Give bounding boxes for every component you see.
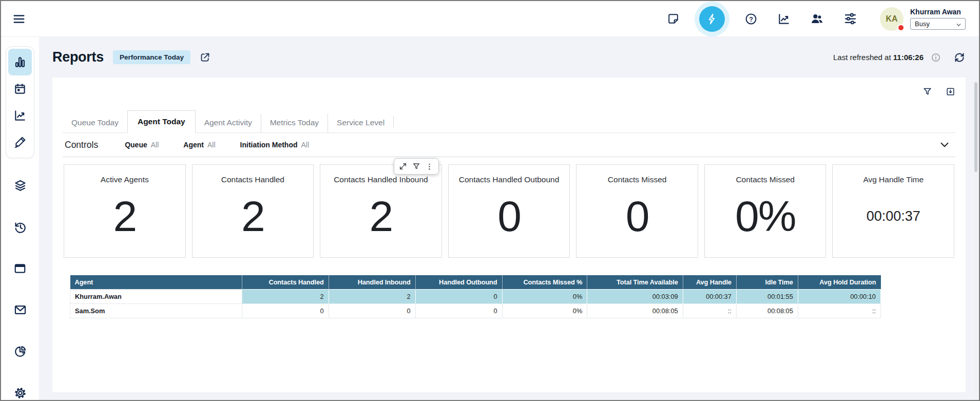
col-header-agent[interactable]: Agent [70, 275, 242, 290]
metric-card-contacts-handled-outbound: Contacts Handled Outbound0 [448, 164, 570, 258]
sidebar-item-layers[interactable] [13, 179, 27, 195]
card-value: 2 [241, 184, 264, 257]
card-title: Contacts Handled Inbound [334, 175, 428, 184]
metric-cell: 00:00:10 [798, 290, 880, 304]
card-title: Contacts Missed [608, 175, 667, 184]
sidebar-item-customize[interactable] [8, 129, 32, 156]
metric-card-active-agents: Active Agents2 [64, 164, 186, 258]
download-icon[interactable] [946, 86, 955, 97]
user-chip: KA Khurram Awan Busy [880, 7, 966, 31]
app-window: ? KA Khurram Awan Busy [0, 0, 980, 401]
sidebar-report-group [6, 46, 34, 158]
agent-name-cell: Khurram.Awan [70, 290, 242, 304]
filter-queue[interactable]: QueueAll [125, 141, 159, 149]
sidebar-item-history[interactable] [13, 220, 27, 236]
controls-label: Controls [65, 140, 98, 150]
user-name: Khurram Awan [910, 8, 966, 16]
bar-chart-icon [13, 55, 27, 69]
status-select[interactable]: Busy [910, 18, 966, 30]
realtime-lightning-icon[interactable] [699, 6, 725, 32]
avatar[interactable]: KA [880, 7, 904, 31]
metric-cell: 0 [242, 304, 329, 318]
col-header-contacts-missed-[interactable]: Contacts Missed % [502, 275, 587, 290]
sidebar-item-window[interactable] [13, 262, 27, 277]
topbar: ? KA Khurram Awan Busy [1, 1, 979, 37]
card-filter-icon[interactable] [411, 161, 422, 172]
col-header-avg-hold-duration[interactable]: Avg Hold Duration [798, 275, 880, 290]
tab-agent-today[interactable]: Agent Today [127, 110, 196, 133]
table-row-khurram-awan: Khurram.Awan2200%00:03:0900:00:3700:01:5… [70, 290, 881, 304]
agent-name-cell: Sam.Som [70, 304, 242, 318]
card-value: 0 [626, 184, 649, 257]
report-panel: Queue TodayAgent TodayAgent ActivityMetr… [52, 78, 966, 392]
metric-cell: 00:03:09 [587, 290, 683, 304]
filter-name: Agent [183, 141, 204, 149]
filter-initiation-method[interactable]: Initiation MethodAll [240, 141, 310, 149]
sidebar-item-metrics[interactable] [8, 102, 32, 129]
gear-icon [13, 386, 27, 400]
col-header-handled-inbound[interactable]: Handled Inbound [329, 275, 415, 290]
calendar-icon [13, 82, 27, 96]
help-icon[interactable]: ? [744, 12, 758, 26]
sidebar-item-settings[interactable] [13, 386, 27, 401]
card-value: 0 [497, 184, 521, 257]
filter-value: All [301, 141, 310, 149]
expand-card-icon[interactable] [397, 161, 409, 172]
sidebar-item-pie-reports[interactable] [13, 345, 27, 360]
col-header-avg-handle[interactable]: Avg Handle [683, 275, 736, 290]
card-title: Avg Handle Time [863, 175, 924, 184]
metric-card-contacts-missed: Contacts Missed0% [704, 164, 827, 258]
scrollbar[interactable] [974, 82, 977, 397]
filter-agent[interactable]: AgentAll [183, 141, 215, 149]
hamburger-menu-icon[interactable] [12, 12, 26, 26]
avatar-initials: KA [886, 14, 897, 24]
metric-cell: 00:08:05 [587, 304, 683, 318]
customize-icon [13, 136, 27, 149]
card-more-options-icon[interactable] [424, 161, 435, 172]
col-header-total-time-available[interactable]: Total Time Available [587, 275, 683, 290]
metric-cell: :: [798, 304, 880, 318]
metric-cell: 0% [502, 290, 587, 304]
tab-queue-today[interactable]: Queue Today [63, 113, 127, 132]
performance-today-badge: Performance Today [113, 50, 190, 64]
last-refreshed-text: Last refreshed at 11:06:26 [833, 53, 924, 62]
filter-value: All [151, 141, 159, 149]
tab-metrics-today[interactable]: Metrics Today [261, 113, 328, 132]
sidebar-item-schedule[interactable] [8, 75, 32, 102]
last-refreshed-time: 11:06:26 [893, 53, 924, 62]
card-title: Contacts Handled [221, 175, 284, 184]
col-header-contacts-handled[interactable]: Contacts Handled [242, 275, 329, 290]
sidebar-item-mail[interactable] [13, 303, 27, 319]
refresh-icon[interactable] [953, 51, 966, 64]
line-chart-icon [13, 109, 27, 122]
table-row-sam-som: Sam.Som0000%00:08:05::00:08:05:: [70, 304, 881, 318]
metric-card-contacts-missed: Contacts Missed0 [576, 164, 698, 258]
metric-cell: 00:08:05 [736, 304, 798, 318]
metric-card-avg-handle-time: Avg Handle Time00:00:37 [832, 164, 954, 258]
filter-name: Queue [125, 141, 147, 149]
notes-icon[interactable] [667, 12, 680, 25]
info-icon[interactable] [931, 52, 941, 63]
table-header-row: AgentContacts HandledHandled InboundHand… [70, 275, 881, 290]
report-tabs: Queue TodayAgent TodayAgent ActivityMetr… [63, 110, 955, 133]
tab-agent-activity[interactable]: Agent Activity [196, 113, 261, 132]
pie-chart-icon [13, 345, 27, 358]
users-icon[interactable] [810, 12, 824, 26]
external-link-icon[interactable] [200, 52, 210, 63]
table-body: Khurram.Awan2200%00:03:0900:00:3700:01:5… [70, 290, 881, 318]
col-header-handled-outbound[interactable]: Handled Outbound [415, 275, 502, 290]
sidebar-item-dashboard[interactable] [8, 49, 32, 75]
tab-service-level[interactable]: Service Level [328, 113, 393, 132]
metrics-icon[interactable] [777, 12, 791, 26]
preferences-icon[interactable] [843, 12, 857, 26]
controls-collapse-chevron-icon[interactable] [939, 139, 950, 150]
col-header-idle-time[interactable]: Idle Time [736, 275, 798, 290]
card-hover-toolbar [394, 158, 439, 175]
metric-cell: 0 [329, 304, 415, 318]
scrollbar-thumb[interactable] [974, 82, 977, 172]
chevron-down-icon [956, 22, 962, 28]
metric-card-contacts-handled: Contacts Handled2 [192, 164, 314, 258]
metric-cards: Active Agents2Contacts Handled2Contacts … [63, 164, 955, 258]
card-value: 2 [113, 184, 136, 257]
filter-icon[interactable] [923, 86, 932, 97]
